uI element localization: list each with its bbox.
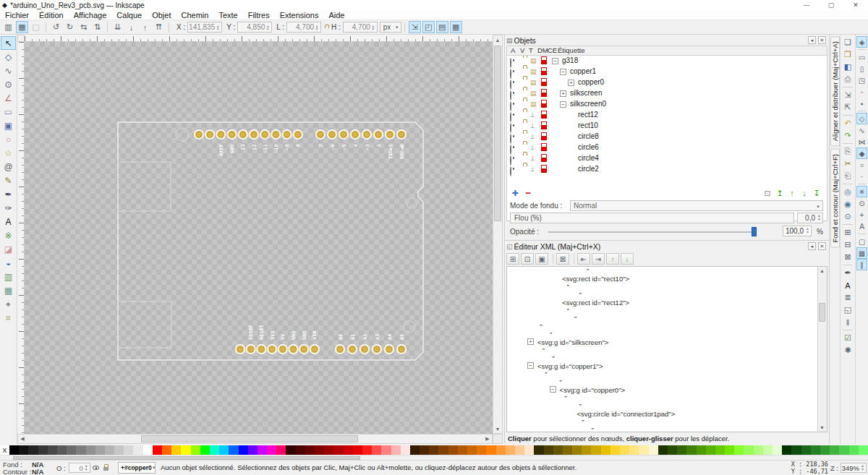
- snap-others-toggle[interactable]: ✳: [856, 186, 867, 197]
- pcb-pad-center[interactable]: [331, 134, 333, 135]
- gradient-tool[interactable]: ▥: [1, 270, 16, 283]
- collapse-icon[interactable]: −: [560, 101, 566, 108]
- snap-object-centers-toggle[interactable]: ⊙: [856, 197, 867, 209]
- color-swatch[interactable]: [286, 445, 295, 455]
- xml-node[interactable]: ”: [507, 370, 827, 378]
- print-button[interactable]: ⎙: [841, 73, 854, 85]
- blend-mode-dropdown[interactable]: Normal▼: [570, 200, 823, 211]
- toggle-item-panel-button[interactable]: ⊡: [762, 188, 773, 198]
- color-swatch[interactable]: [153, 445, 162, 455]
- pcb-pad-center[interactable]: [320, 134, 321, 135]
- highlight-color-swatch[interactable]: [541, 111, 547, 119]
- collapse-icon[interactable]: −: [527, 362, 534, 369]
- color-swatch[interactable]: [820, 445, 830, 455]
- color-swatch[interactable]: [381, 445, 391, 455]
- lower-to-bottom-button[interactable]: ↧: [811, 188, 822, 198]
- menu-calque[interactable]: Calque: [111, 10, 147, 20]
- scroll-up-icon[interactable]: ▲: [818, 267, 826, 275]
- pcb-mounting-hole[interactable]: [404, 321, 415, 333]
- tweak-tool[interactable]: ∿: [1, 64, 16, 77]
- color-swatch[interactable]: [572, 445, 582, 455]
- vscroll-thumb[interactable]: [494, 46, 501, 221]
- color-swatch[interactable]: [486, 445, 495, 455]
- color-swatch[interactable]: [744, 445, 753, 455]
- pcb-pad-center[interactable]: [401, 134, 402, 135]
- x-field[interactable]: 141,835▲▼: [187, 22, 222, 33]
- color-swatch[interactable]: [105, 445, 114, 455]
- xml-editor-header[interactable]: ◱ Éditeur XML (Maj+Ctrl+X) ◂ ✕: [505, 241, 829, 252]
- pcb-pad-center[interactable]: [339, 348, 341, 350]
- color-swatch[interactable]: [534, 445, 543, 455]
- color-swatch[interactable]: [715, 445, 725, 455]
- vertical-ruler[interactable]: [17, 42, 25, 434]
- duplicate-node-button[interactable]: ▣: [535, 253, 548, 265]
- xml-node[interactable]: ”: [507, 378, 827, 386]
- color-swatch[interactable]: [28, 445, 38, 455]
- object-row-rect12[interactable]: ⟂rect12: [507, 110, 827, 121]
- layer-lock-icon[interactable]: [103, 467, 109, 471]
- flip-horizontal-button[interactable]: ⇆: [77, 21, 90, 33]
- preferences-button[interactable]: ☑: [841, 332, 854, 344]
- zoom-selection-button[interactable]: ◉: [841, 198, 854, 210]
- color-swatch[interactable]: [171, 445, 181, 455]
- color-swatch[interactable]: [438, 445, 448, 455]
- opacity-slider-handle[interactable]: [752, 227, 757, 236]
- color-swatch[interactable]: [734, 445, 744, 455]
- color-swatch[interactable]: [544, 445, 553, 455]
- color-swatch[interactable]: [48, 445, 57, 455]
- color-swatch[interactable]: [610, 445, 620, 455]
- color-swatch[interactable]: [86, 445, 95, 455]
- color-swatch[interactable]: [601, 445, 610, 455]
- color-swatch[interactable]: [467, 445, 477, 455]
- zoom-field-spinner[interactable]: ▲▼: [860, 464, 865, 471]
- color-swatch[interactable]: [849, 445, 859, 455]
- snap-bbox-edges-toggle[interactable]: ▯: [856, 63, 867, 74]
- affect-gradients-toggle[interactable]: ▤: [436, 21, 448, 33]
- color-swatch[interactable]: [782, 445, 791, 455]
- color-swatch[interactable]: [506, 445, 515, 455]
- pcb-pad-center[interactable]: [352, 348, 353, 350]
- pcb-pad-center[interactable]: [314, 348, 315, 350]
- pcb-pad-center[interactable]: [282, 348, 284, 350]
- measure-tool[interactable]: ∠: [1, 91, 16, 105]
- flip-vertical-button[interactable]: ⇅: [91, 21, 103, 33]
- highlight-color-swatch[interactable]: [541, 132, 547, 140]
- pcb-pad-center[interactable]: [231, 134, 233, 135]
- color-swatch[interactable]: [458, 445, 467, 455]
- color-swatch[interactable]: [839, 445, 848, 455]
- menu-dition[interactable]: Édition: [34, 10, 69, 20]
- color-swatch[interactable]: [324, 445, 333, 455]
- align-distribute-tab[interactable]: Aligner et distribuer (Maj+Ctrl+A): [830, 36, 840, 146]
- xml-node[interactable]: ”: [507, 426, 827, 432]
- object-row-silkscreen[interactable]: ▤+silkscreen: [507, 88, 827, 99]
- expand-icon[interactable]: +: [527, 338, 534, 345]
- color-swatch[interactable]: [859, 445, 868, 455]
- color-swatch[interactable]: [276, 445, 286, 455]
- color-swatch[interactable]: [391, 445, 401, 455]
- xml-node[interactable]: ”: [507, 346, 827, 354]
- cut-button[interactable]: ✂: [841, 158, 854, 170]
- pcb-silkscreen-rect[interactable]: [118, 301, 171, 348]
- bezier-tool[interactable]: ✒: [1, 187, 16, 201]
- panel-close-icon[interactable]: ✕: [818, 36, 826, 44]
- delete-node-button[interactable]: ⊠: [556, 253, 569, 265]
- color-swatch[interactable]: [686, 445, 696, 455]
- color-swatch[interactable]: [524, 445, 534, 455]
- pcb-pad-center[interactable]: [343, 134, 344, 135]
- lower-to-bottom-button[interactable]: ⇊: [111, 21, 124, 33]
- color-swatch[interactable]: [305, 445, 315, 455]
- fill-stroke-dialog-button[interactable]: ✒: [841, 267, 854, 279]
- menu-chemin[interactable]: Chemin: [176, 10, 213, 20]
- no-color-swatch[interactable]: X: [0, 445, 9, 455]
- color-swatch[interactable]: [763, 445, 773, 455]
- scroll-left-icon[interactable]: ◀: [18, 435, 27, 443]
- pcb-pad-center[interactable]: [250, 348, 252, 350]
- export-button[interactable]: ⇱: [841, 101, 854, 114]
- color-swatch[interactable]: [76, 445, 85, 455]
- menu-filtres[interactable]: Filtres: [243, 10, 275, 20]
- box3d-tool[interactable]: ▣: [1, 119, 16, 132]
- highlight-color-swatch[interactable]: [541, 89, 547, 97]
- xml-node[interactable]: <svg:rect id="rect10">: [507, 275, 827, 283]
- blur-value-field[interactable]: 0,0▲▼: [797, 213, 823, 223]
- object-row-copper0[interactable]: ▤+copper0: [507, 77, 827, 88]
